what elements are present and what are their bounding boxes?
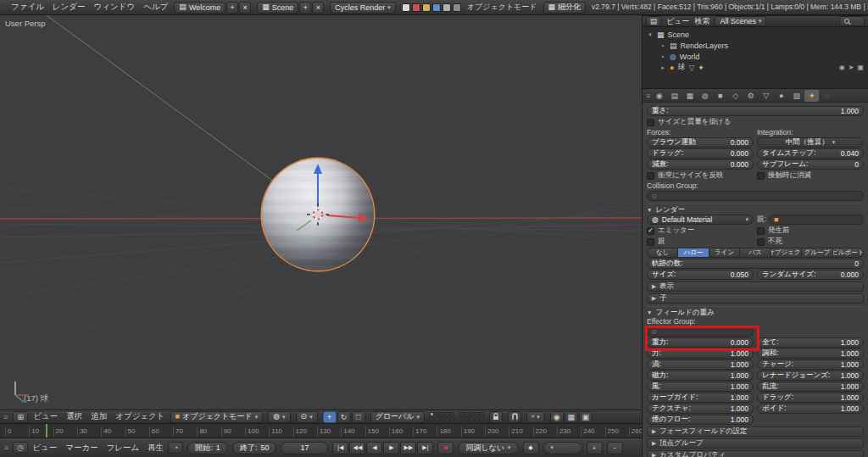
unborn-checkbox[interactable]: 発生前 — [757, 226, 790, 236]
layer-toggle[interactable] — [465, 417, 469, 421]
field-weight-slider[interactable]: 煙のフロー:1.000 — [647, 415, 754, 425]
field-weight-slider[interactable]: レナードジョーンズ:1.000 — [757, 371, 864, 381]
snap-element-dropdown[interactable]: ▫▾ — [526, 411, 545, 423]
next-keyframe-button[interactable]: ▶▶ — [400, 442, 416, 454]
field-weight-slider[interactable]: 乱流:1.000 — [757, 382, 864, 392]
end-frame-field[interactable]: 終了:50 — [232, 442, 277, 454]
header-grip-icon[interactable]: ≡ — [646, 92, 650, 100]
editor-type-dropdown[interactable]: ▤ — [646, 16, 661, 26]
opengl-render-image-button[interactable]: ◉ — [550, 411, 564, 423]
jump-to-end-button[interactable]: ▶| — [417, 442, 433, 454]
layer-toggle[interactable] — [475, 412, 479, 416]
tab-object-data[interactable]: ▽ — [759, 90, 773, 102]
keying-set-icon[interactable]: ◆ — [523, 442, 539, 454]
layer-toggle[interactable] — [459, 417, 464, 421]
children-section-header[interactable]: ▶子 — [647, 293, 864, 304]
render-type-button[interactable]: ライン — [709, 248, 740, 258]
emitter-checkbox[interactable]: ✓エミッター — [647, 226, 694, 236]
viewport-shading-dropdown[interactable]: ◍▾ — [268, 411, 290, 423]
parent-field[interactable]: ■ — [769, 215, 864, 225]
outliner-view-menu[interactable]: ビュー — [666, 16, 689, 27]
editor-type-dropdown[interactable]: ◷ — [13, 442, 28, 454]
integration-dropdown[interactable]: 中間（推算）▾ — [757, 137, 864, 148]
layer-toggle[interactable] — [470, 412, 474, 416]
layer-toggle[interactable] — [445, 417, 449, 421]
subframes-field[interactable]: サブフレーム:0 — [757, 159, 864, 170]
field-weight-slider[interactable]: 磁力:1.000 — [647, 371, 754, 381]
record-button[interactable]: ● — [437, 442, 453, 454]
tab-scene[interactable]: ▦ — [682, 90, 697, 102]
outliner-display-dropdown[interactable]: All Scenes▾ — [715, 16, 766, 26]
play-button[interactable]: ▶ — [383, 442, 399, 454]
start-frame-field[interactable]: 開始:1 — [187, 442, 228, 454]
layer-toggle[interactable] — [445, 412, 449, 416]
trail-count-field[interactable]: 軌跡の数:0 — [647, 259, 864, 269]
layer-toggle[interactable] — [475, 417, 479, 421]
tab-texture[interactable]: ▨ — [789, 90, 804, 102]
render-type-button[interactable]: ハロー — [678, 248, 709, 258]
outliner-filter-field[interactable] — [839, 16, 865, 26]
current-frame-marker[interactable] — [46, 424, 47, 437]
tab-render[interactable]: ◉ — [652, 90, 666, 102]
sync-dropdown[interactable]: 同調しない▾ — [458, 442, 518, 454]
jump-to-start-button[interactable]: |◀ — [332, 442, 348, 454]
topbar-menu-item[interactable]: ヘルプ — [143, 2, 168, 13]
topbar-menu-item[interactable]: ウィンドウ — [94, 2, 136, 13]
delete-keyframe-button[interactable]: − — [607, 442, 623, 454]
layer-toggle[interactable] — [440, 417, 444, 421]
layer-toggle[interactable] — [465, 412, 469, 416]
timeline-menu-item[interactable]: 再生 — [147, 443, 164, 454]
field-weight-slider[interactable]: チャージ:1.000 — [757, 359, 864, 370]
subdivide-button[interactable]: ▦細分化 — [543, 2, 587, 14]
manipulator-translate-button[interactable]: + — [323, 411, 337, 423]
field-weight-slider[interactable]: ドラッグ:1.000 — [757, 393, 864, 403]
view3d-menu-item[interactable]: ビュー — [33, 411, 58, 422]
effector-group-field[interactable]: ◌ — [647, 326, 754, 337]
topbar-menu-item[interactable]: ファイル — [11, 2, 44, 13]
keying-set-dropdown[interactable]: ▾ — [543, 442, 582, 454]
topbar-menu-item[interactable]: レンダー — [53, 2, 86, 13]
delete-screen-layout-button[interactable]: × — [239, 2, 251, 14]
tab-constraints[interactable]: ◇ — [728, 90, 743, 102]
transform-orientation-dropdown[interactable]: グローバル▾ — [370, 411, 425, 423]
layer-toggle[interactable] — [435, 417, 439, 421]
size-slider[interactable]: サイズ:0.050 — [647, 270, 754, 280]
multiply-mass-checkbox[interactable]: サイズと質量を掛ける — [647, 117, 731, 127]
field-weight-slider[interactable]: カーブガイド:1.000 — [647, 393, 754, 403]
brush-icon[interactable] — [442, 3, 451, 12]
editor-type-dropdown[interactable]: ⊞ — [13, 411, 28, 423]
tab-modifiers[interactable]: ⚙ — [743, 90, 758, 102]
render-type-button[interactable]: パス — [740, 248, 771, 258]
tab-physics[interactable]: ◌ — [820, 90, 834, 102]
header-grip-icon[interactable]: ≡ — [3, 413, 8, 421]
3d-viewport[interactable]: User Persp (17) 球 — [0, 15, 642, 410]
add-scene-button[interactable]: + — [299, 2, 311, 14]
layer-toggle[interactable] — [480, 417, 484, 421]
field-weight-slider[interactable]: 力:1.000 — [647, 348, 754, 359]
add-screen-layout-button[interactable]: + — [226, 2, 238, 14]
grease-pencil-yellow-icon[interactable] — [422, 3, 431, 12]
tab-world[interactable]: ◍ — [698, 90, 712, 102]
parents-checkbox[interactable]: 親 — [647, 237, 665, 247]
timeline-menu-item[interactable]: フレーム — [107, 443, 140, 454]
outliner-item-world[interactable]: • ◍ World — [643, 51, 868, 62]
eraser-icon[interactable] — [453, 3, 461, 12]
layer-toggle[interactable] — [480, 412, 484, 416]
scene-dropdown[interactable]: ▦Scene — [257, 2, 298, 14]
tab-render-layers[interactable]: ▤ — [667, 90, 682, 102]
tab-particles[interactable]: ✦ — [804, 90, 819, 102]
timestep-slider[interactable]: タイムステップ:0.040 — [757, 148, 864, 159]
field-weight-slider[interactable]: 調和:1.000 — [757, 348, 864, 359]
pivot-center-dropdown[interactable]: ⊙▾ — [296, 411, 318, 423]
field-weight-slider[interactable]: 渦:1.000 — [647, 359, 754, 370]
insert-keyframe-button[interactable]: + — [587, 442, 603, 454]
view3d-menu-item[interactable]: オブジェクト — [115, 411, 164, 422]
visibility-eye-icon[interactable]: ◉ — [839, 64, 845, 71]
renderability-camera-icon[interactable]: ▣ — [857, 64, 864, 71]
opengl-render-anim-button[interactable]: ▦ — [565, 411, 578, 423]
current-frame-field[interactable]: 17 — [281, 442, 328, 454]
damp-slider[interactable]: 減衰:0.000 — [647, 159, 754, 170]
random-size-slider[interactable]: ランダムサイズ:0.000 — [757, 270, 864, 280]
expand-icon[interactable]: ▸ — [659, 64, 666, 71]
layer-toggle[interactable] — [435, 412, 439, 416]
